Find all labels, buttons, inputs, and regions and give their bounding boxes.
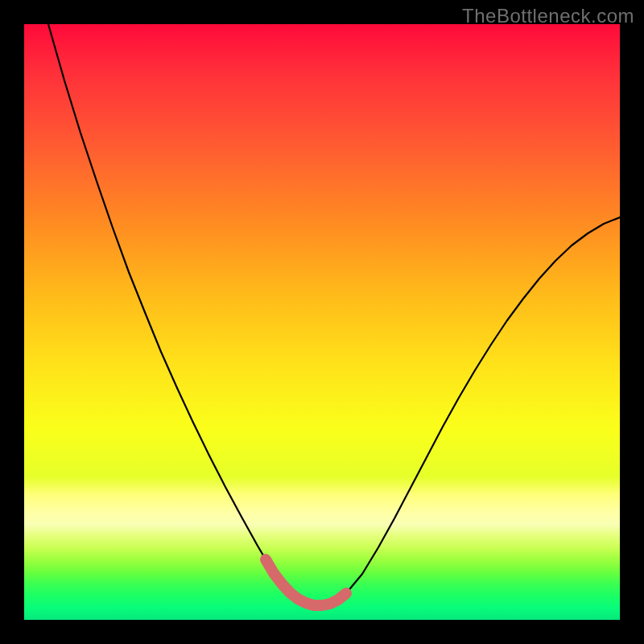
bottleneck-curve [48,24,620,605]
chart-frame: TheBottleneck.com [0,0,644,644]
plot-area [24,24,620,620]
curve-svg [24,24,620,620]
optimal-band-highlight [266,559,346,605]
